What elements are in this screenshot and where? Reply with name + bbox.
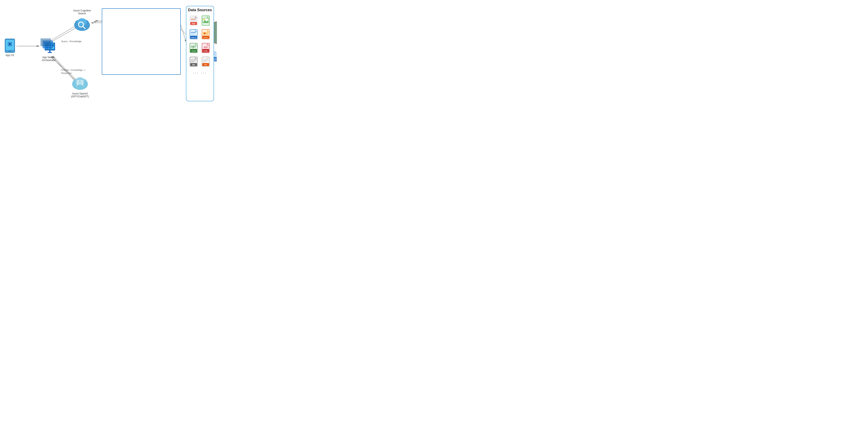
app-ux-label: App UX — [6, 54, 14, 57]
cog-search-title: Azure CognitiveSearch — [73, 9, 91, 15]
svg-text:HTML: HTML — [203, 50, 208, 52]
image-file-icon — [201, 15, 211, 27]
svg-text:</>: </> — [204, 46, 208, 49]
data-sources-title: Data Sources — [188, 8, 212, 12]
svg-text:DOCX: DOCX — [191, 36, 196, 38]
txt-file-icon: TXT — [201, 56, 211, 68]
svg-text:PDF: PDF — [192, 23, 196, 25]
architecture-diagram: { "title": "Azure AI Architecture Diagra… — [0, 0, 217, 106]
pdf-file-icon: PDF — [189, 15, 199, 27]
svg-rect-38 — [40, 38, 51, 46]
data-sources-box: Data Sources PDF — [186, 6, 214, 101]
openai-label: Azure OpenAI(GPT/ChatGPT) — [71, 92, 89, 98]
query-knowledge-label: Query ->Knowledge — [61, 40, 82, 42]
cog-search-component: Azure CognitiveSearch — [73, 8, 91, 32]
svg-text:XLSX: XLSX — [191, 50, 196, 52]
more-files-dots: ... ... — [193, 70, 207, 74]
svg-rect-31 — [48, 52, 52, 53]
xlsx-file-icon: XLSX — [189, 42, 199, 54]
svg-rect-27 — [9, 43, 11, 45]
svg-point-68 — [77, 80, 79, 81]
svg-marker-13 — [93, 21, 96, 23]
svg-rect-24 — [9, 51, 11, 52]
html-file-icon: HTML </> — [201, 42, 211, 54]
svg-rect-30 — [49, 51, 51, 52]
prompt-knowledge-label: Prompt + Knowledge ->Response — [61, 68, 85, 75]
app-ux-component: App UX — [4, 38, 16, 57]
md-file-icon: MD — [189, 56, 199, 68]
svg-text:MD: MD — [192, 64, 195, 66]
docx-file-icon: DOCX — [189, 28, 199, 40]
openai-component: Azure OpenAI(GPT/ChatGPT) — [71, 75, 89, 98]
svg-point-81 — [204, 19, 205, 20]
app-server-icon — [38, 36, 59, 55]
pptx-file-icon: PPTX — [201, 28, 211, 40]
svg-point-69 — [82, 80, 83, 81]
openai-icon — [71, 75, 89, 91]
app-server-label: App Server, Orchestrator — [42, 56, 56, 62]
svg-line-6 — [181, 25, 186, 41]
tablet-icon — [4, 38, 16, 53]
cog-search-icon — [73, 16, 91, 32]
svg-text:TXT: TXT — [204, 64, 208, 66]
app-server-component: App Server, Orchestrator — [38, 36, 59, 62]
svg-rect-94 — [203, 32, 209, 35]
main-processing-box: Semanticchunk Extract — [102, 8, 181, 75]
file-icons-grid: PDF — [187, 14, 213, 69]
svg-point-95 — [204, 33, 206, 34]
svg-text:PPTX: PPTX — [204, 36, 208, 38]
